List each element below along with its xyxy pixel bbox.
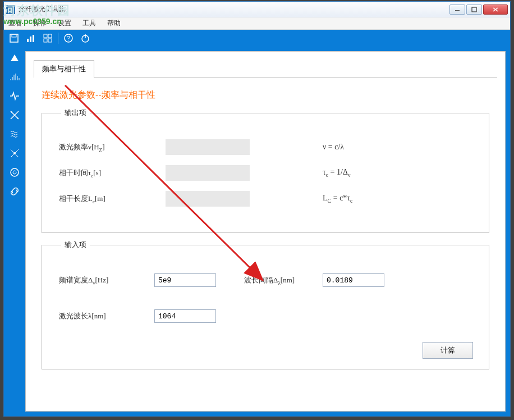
svg-rect-7	[30, 36, 31, 42]
output-coherence-length	[166, 191, 250, 207]
svg-rect-8	[33, 35, 34, 42]
close-icon	[492, 7, 499, 12]
row-coherence-time: 相干时间τc[s] τc = 1/Δν	[59, 165, 472, 181]
tab-freq-coherence[interactable]: 频率与相干性	[34, 60, 94, 78]
svg-point-32	[13, 152, 16, 154]
label-spectral-width: 频谱宽度Δν[Hz]	[59, 275, 154, 286]
tool-save-icon[interactable]	[7, 31, 21, 45]
titlebar: 光纤激光工具集	[4, 2, 510, 17]
output-coherence-time	[166, 165, 250, 181]
svg-rect-11	[44, 39, 47, 42]
menu-view[interactable]: 查看	[6, 17, 24, 29]
window-controls	[449, 4, 508, 15]
menu-help[interactable]: 帮助	[105, 17, 123, 29]
label-coherence-time: 相干时间τc[s]	[59, 168, 149, 179]
label-coherence-length: 相干长度Lc[m]	[59, 194, 149, 204]
menu-tools[interactable]: 工具	[80, 17, 98, 29]
side-waves-icon[interactable]	[7, 126, 22, 142]
svg-marker-17	[11, 54, 19, 61]
label-laser-frequency: 激光频率ν[HZ]	[59, 142, 149, 153]
output-laser-frequency	[166, 139, 250, 155]
svg-rect-9	[44, 34, 47, 38]
minimize-button[interactable]	[449, 4, 465, 15]
svg-rect-1	[472, 7, 476, 12]
tool-bars-icon[interactable]	[24, 31, 38, 45]
section-title: 连续激光参数--频率与相干性	[42, 89, 492, 101]
side-triangle-icon[interactable]	[7, 50, 22, 66]
formula-coherence-length: LC = c*τc	[323, 194, 352, 204]
side-crossarrows-icon[interactable]	[7, 107, 22, 123]
row-laser-wavelength: 激光波长λ[nm]	[59, 309, 472, 323]
panel-body: 连续激光参数--频率与相干性 输出项 激光频率ν[HZ] ν = c/λ 相干时…	[34, 78, 497, 387]
input-laser-wavelength[interactable]	[154, 309, 216, 323]
tool-power-icon[interactable]	[79, 31, 92, 45]
input-wavelength-interval[interactable]	[323, 273, 384, 287]
side-pulse-icon[interactable]	[7, 88, 22, 104]
side-spectrum-icon[interactable]	[7, 69, 22, 85]
input-fieldset: 输入项 频谱宽度Δν[Hz] 波长间隔Δλ[nm] 激光波长λ[nm] 计算	[42, 240, 489, 369]
side-diagarrows-icon[interactable]	[7, 145, 22, 161]
maximize-button[interactable]	[466, 4, 482, 15]
svg-rect-10	[48, 34, 52, 38]
menubar: 查看 操作 设置 工具 帮助	[4, 17, 510, 30]
svg-point-33	[11, 168, 19, 176]
row-spectral-width: 频谱宽度Δν[Hz] 波长间隔Δλ[nm]	[59, 273, 472, 287]
side-target-icon[interactable]	[7, 165, 22, 180]
svg-text:?: ?	[67, 35, 70, 42]
input-legend: 输入项	[61, 240, 90, 250]
row-laser-frequency: 激光频率ν[HZ] ν = c/λ	[59, 139, 472, 155]
svg-rect-12	[48, 39, 52, 42]
content-panel: 频率与相干性 连续激光参数--频率与相干性 输出项 激光频率ν[HZ] ν = …	[25, 51, 506, 412]
menu-operate[interactable]: 操作	[31, 17, 49, 29]
toolbar-separator	[58, 33, 58, 44]
close-button[interactable]	[483, 4, 508, 15]
label-laser-wavelength: 激光波长λ[nm]	[59, 311, 154, 321]
tab-bar: 频率与相干性	[34, 60, 497, 78]
app-icon	[6, 5, 15, 14]
app-window: 光纤激光工具集 查看 操作 设置 工具 帮助	[3, 1, 511, 417]
svg-point-34	[13, 171, 16, 174]
tool-grid-icon[interactable]	[41, 31, 54, 45]
minimize-icon	[455, 7, 460, 12]
formula-frequency: ν = c/λ	[323, 143, 344, 152]
input-spectral-width[interactable]	[154, 273, 216, 287]
window-title: 光纤激光工具集	[19, 4, 449, 14]
row-coherence-length: 相干长度Lc[m] LC = c*τc	[59, 191, 472, 207]
client-area: 频率与相干性 连续激光参数--频率与相干性 输出项 激光频率ν[HZ] ν = …	[4, 47, 510, 416]
sidebar	[4, 47, 25, 416]
formula-coherence-time: τc = 1/Δν	[323, 168, 350, 178]
menu-settings[interactable]: 设置	[56, 17, 74, 29]
label-wavelength-interval: 波长间隔Δλ[nm]	[244, 275, 323, 286]
side-link-icon[interactable]	[7, 184, 22, 199]
svg-rect-6	[27, 39, 29, 42]
tool-help-icon[interactable]: ?	[62, 31, 75, 45]
toolbar: ?	[4, 30, 510, 47]
calculate-button[interactable]: 计算	[423, 342, 473, 359]
output-fieldset: 输出项 激光频率ν[HZ] ν = c/λ 相干时间τc[s] τc = 1/Δ…	[42, 108, 489, 233]
svg-rect-4	[10, 34, 18, 42]
output-legend: 输出项	[61, 108, 90, 118]
maximize-icon	[471, 7, 477, 12]
